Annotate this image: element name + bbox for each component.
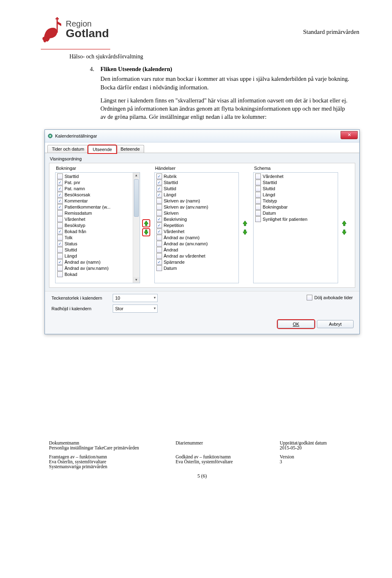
checkbox[interactable] — [156, 198, 162, 204]
list-item[interactable]: ✓Repetition — [156, 222, 238, 229]
tab-beteende[interactable]: Beteende — [116, 145, 144, 153]
checkbox[interactable]: ✓ — [57, 241, 63, 247]
checkbox[interactable]: ✓ — [156, 229, 162, 234]
checkbox[interactable] — [255, 204, 261, 210]
tab-utseende[interactable]: Utseende — [88, 145, 116, 153]
list-item[interactable]: Bokad — [56, 271, 132, 278]
list-item[interactable]: ✓Pat. namn — [56, 186, 132, 192]
list-item[interactable]: Skriven — [156, 210, 238, 216]
checkbox[interactable]: ✓ — [57, 192, 63, 198]
list-item[interactable]: Datum — [254, 210, 337, 216]
row-height-combo[interactable]: Stor ▼ — [113, 305, 158, 313]
ok-button[interactable]: OK — [278, 320, 314, 328]
checkbox[interactable]: ✓ — [156, 186, 162, 191]
checkbox[interactable]: ✓ — [156, 222, 162, 228]
checkbox[interactable]: ✓ — [57, 229, 63, 234]
move-up-button[interactable] — [143, 220, 150, 227]
checkbox[interactable] — [57, 173, 63, 179]
checkbox[interactable] — [156, 210, 162, 216]
scroll-down-icon[interactable]: ▼ — [133, 277, 140, 283]
move-down-button[interactable] — [341, 229, 348, 236]
list-item[interactable]: Skriven av (namn) — [156, 198, 238, 204]
scroll-up-icon[interactable]: ▲ — [133, 173, 140, 178]
list-item[interactable]: Synlighet för patienten — [254, 216, 337, 222]
checkbox[interactable]: ✓ — [156, 216, 162, 222]
checkbox[interactable] — [255, 186, 261, 191]
list-item[interactable]: Ändrad — [156, 247, 238, 253]
move-down-button[interactable] — [143, 229, 150, 236]
checkbox[interactable] — [156, 253, 162, 259]
list-item[interactable]: Vårdenhet — [56, 216, 132, 222]
checkbox[interactable]: ✓ — [156, 259, 162, 265]
list-item[interactable]: Ändrad av vårdenhet — [156, 253, 238, 259]
list-item[interactable]: ✓Beskrivning — [156, 216, 238, 222]
list-item[interactable]: Tidstyp — [254, 198, 337, 204]
list-item[interactable]: ✓Spärrande — [156, 259, 238, 265]
list-item[interactable]: ✓Längd — [156, 192, 238, 198]
list-item[interactable]: Besökstyp — [56, 222, 132, 229]
list-item[interactable]: ✓Rubrik — [156, 173, 238, 180]
checkbox[interactable] — [255, 210, 261, 216]
checkbox[interactable]: ✓ — [57, 198, 63, 204]
list-item[interactable]: ✓Starttid — [156, 180, 238, 186]
move-down-button[interactable] — [241, 229, 249, 236]
hide-cancelled-checkbox[interactable] — [307, 295, 312, 300]
list-item[interactable]: Sluttid — [56, 247, 132, 253]
list-item[interactable]: Längd — [254, 192, 337, 198]
list-item[interactable]: ✓Ändrad av (namn) — [56, 259, 132, 265]
tab-tider-och-datum[interactable]: Tider och datum — [47, 145, 89, 153]
list-item[interactable]: Tolk — [56, 235, 132, 241]
checkbox[interactable] — [255, 192, 261, 198]
checkbox[interactable] — [57, 247, 63, 253]
listbox-bokningar[interactable]: Starttid✓Pat. pnr✓Pat. namn✓Besöksorsak✓… — [55, 172, 140, 283]
checkbox[interactable]: ✓ — [57, 186, 63, 191]
list-item[interactable]: ✓Kommentar — [56, 198, 132, 204]
list-item[interactable]: ✓Pat. pnr — [56, 180, 132, 186]
checkbox[interactable] — [255, 173, 261, 179]
checkbox[interactable] — [255, 216, 261, 222]
checkbox[interactable] — [57, 253, 63, 259]
checkbox[interactable]: ✓ — [156, 180, 162, 185]
list-item[interactable]: Starttid — [56, 173, 132, 180]
list-item[interactable]: Vårdenhet — [254, 173, 337, 180]
list-item[interactable]: ✓Status — [56, 241, 132, 247]
checkbox[interactable] — [156, 204, 162, 210]
list-item[interactable]: Remissdatum — [56, 210, 132, 216]
list-item[interactable]: ✓Vårdenhet — [156, 229, 238, 235]
checkbox[interactable] — [57, 235, 63, 240]
checkbox[interactable] — [255, 180, 261, 185]
font-size-combo[interactable]: 10 ▼ — [113, 294, 158, 302]
checkbox[interactable] — [57, 210, 63, 216]
list-item[interactable]: ✓Besöksorsak — [56, 192, 132, 198]
list-item[interactable]: Längd — [56, 253, 132, 259]
close-button[interactable]: ✕ — [341, 131, 358, 139]
checkbox[interactable]: ✓ — [57, 204, 63, 210]
list-item[interactable]: Datum — [156, 265, 238, 271]
listbox-schema[interactable]: VårdenhetStarttidSluttidLängdTidstypBokn… — [253, 172, 338, 283]
listbox-handelser[interactable]: ✓Rubrik✓Starttid✓Sluttid✓LängdSkriven av… — [154, 172, 239, 283]
checkbox[interactable] — [57, 216, 63, 222]
move-up-button[interactable] — [241, 220, 249, 227]
checkbox[interactable] — [156, 241, 162, 247]
checkbox[interactable] — [57, 265, 63, 271]
move-up-button[interactable] — [341, 220, 348, 227]
scroll-thumb[interactable] — [134, 179, 139, 217]
checkbox[interactable] — [156, 265, 162, 271]
list-item[interactable]: Sluttid — [254, 186, 337, 192]
list-item[interactable]: Ändrad av (namn) — [156, 235, 238, 241]
scrollbar[interactable]: ▲ ▼ — [133, 173, 140, 283]
checkbox[interactable] — [57, 271, 63, 277]
checkbox[interactable] — [156, 247, 162, 253]
list-item[interactable]: ✓Patientkommentar (w... — [56, 204, 132, 210]
checkbox[interactable]: ✓ — [156, 173, 162, 179]
list-item[interactable]: Ändrad av (anv.namn) — [56, 265, 132, 271]
checkbox[interactable]: ✓ — [57, 180, 63, 185]
checkbox[interactable]: ✓ — [156, 192, 162, 198]
list-item[interactable]: ✓Bokad från — [56, 229, 132, 235]
list-item[interactable]: ✓Sluttid — [156, 186, 238, 192]
checkbox[interactable] — [255, 198, 261, 204]
list-item[interactable]: Skriven av (anv.namn) — [156, 204, 238, 210]
list-item[interactable]: Starttid — [254, 180, 337, 186]
list-item[interactable]: Bokningsbar — [254, 204, 337, 210]
checkbox[interactable] — [156, 235, 162, 240]
